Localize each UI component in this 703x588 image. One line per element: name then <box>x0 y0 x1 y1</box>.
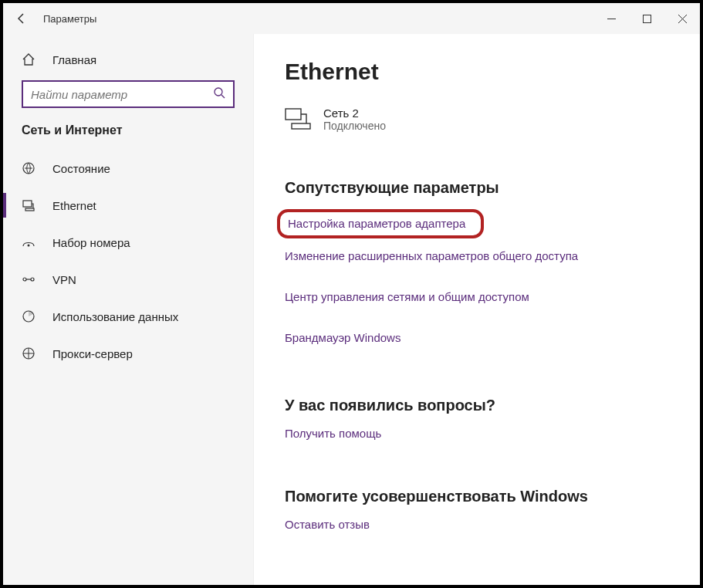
arrow-left-icon <box>15 12 28 25</box>
network-icon <box>285 108 311 133</box>
proxy-icon <box>22 346 37 360</box>
sidebar-item-vpn[interactable]: VPN <box>3 261 253 298</box>
search-field[interactable] <box>31 88 213 101</box>
home-icon <box>22 52 37 66</box>
svg-point-6 <box>23 278 26 281</box>
back-button[interactable] <box>3 3 40 34</box>
questions-title: У вас появились вопросы? <box>285 397 669 414</box>
sidebar-item-proxy[interactable]: Прокси-сервер <box>3 335 253 372</box>
sidebar-item-label: Использование данных <box>52 310 178 323</box>
main-content: Ethernet Сеть 2 Подключено Сопутствующие… <box>254 34 700 585</box>
link-advanced-sharing[interactable]: Изменение расширенных параметров общего … <box>285 249 578 262</box>
sidebar-item-label: Ethernet <box>52 199 96 212</box>
sidebar-item-datausage[interactable]: Использование данных <box>3 298 253 335</box>
sidebar: Главная Сеть и Интернет Состояние <box>3 34 254 585</box>
highlighted-link-box: Настройка параметров адаптера <box>277 209 484 238</box>
link-firewall[interactable]: Брандмауэр Windows <box>285 331 401 344</box>
sidebar-item-label: Состояние <box>52 162 110 175</box>
svg-rect-10 <box>286 109 301 120</box>
network-name: Сеть 2 <box>323 106 386 120</box>
maximize-icon <box>643 15 651 23</box>
title-bar: Параметры <box>3 3 700 34</box>
sidebar-item-status[interactable]: Состояние <box>3 150 253 187</box>
link-adapter-settings[interactable]: Настройка параметров адаптера <box>288 217 465 230</box>
maximize-button[interactable] <box>629 3 664 34</box>
window-title: Параметры <box>43 13 96 25</box>
sidebar-item-label: VPN <box>52 273 76 286</box>
minimize-button[interactable] <box>593 3 629 34</box>
svg-rect-11 <box>292 123 310 129</box>
status-icon <box>22 161 37 175</box>
link-network-center[interactable]: Центр управления сетями и общим доступом <box>285 290 529 303</box>
search-input[interactable] <box>22 80 235 108</box>
minimize-icon <box>607 15 616 23</box>
svg-rect-3 <box>23 201 32 207</box>
svg-rect-0 <box>643 15 651 22</box>
vpn-icon <box>22 272 37 286</box>
close-icon <box>678 15 687 23</box>
sidebar-item-dialup[interactable]: Набор номера <box>3 224 253 261</box>
improve-title: Помогите усовершенствовать Windows <box>285 488 669 505</box>
sidebar-item-ethernet[interactable]: Ethernet <box>3 187 253 224</box>
search-icon <box>213 86 225 102</box>
home-link[interactable]: Главная <box>3 52 253 80</box>
close-button[interactable] <box>664 3 700 34</box>
related-title: Сопутствующие параметры <box>285 179 669 197</box>
sidebar-item-label: Прокси-сервер <box>52 347 133 360</box>
network-status-row[interactable]: Сеть 2 Подключено <box>285 106 669 133</box>
link-get-help[interactable]: Получить помощь <box>285 427 381 440</box>
svg-point-7 <box>31 278 34 281</box>
sidebar-item-label: Набор номера <box>52 236 130 249</box>
dialup-icon <box>22 235 37 249</box>
page-title: Ethernet <box>285 59 669 85</box>
link-feedback[interactable]: Оставить отзыв <box>285 518 370 531</box>
home-label: Главная <box>52 53 96 66</box>
svg-rect-4 <box>25 208 34 211</box>
sidebar-section-title: Сеть и Интернет <box>3 123 253 150</box>
svg-point-5 <box>28 245 30 247</box>
ethernet-icon <box>22 198 37 212</box>
network-status: Подключено <box>323 120 386 132</box>
svg-point-1 <box>215 88 222 96</box>
datausage-icon <box>22 309 37 323</box>
